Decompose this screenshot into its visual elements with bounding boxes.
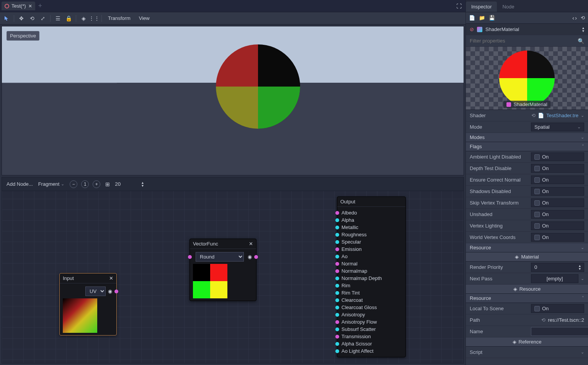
output-port-transmission[interactable]: Transmission bbox=[340, 333, 402, 340]
output-port-emission[interactable]: Emission bbox=[340, 246, 402, 253]
node-output[interactable]: Output AlbedoAlphaMetallicRoughnessSpecu… bbox=[337, 196, 406, 357]
snap-icon[interactable]: ⊞ bbox=[104, 181, 111, 188]
section-flags[interactable]: Flags˄ bbox=[466, 142, 588, 151]
name-input[interactable] bbox=[531, 327, 588, 336]
output-port-clearcoat[interactable]: Clearcoat bbox=[340, 296, 402, 304]
node-input[interactable]: Input✕ UV ◉ bbox=[59, 273, 117, 336]
input-port[interactable] bbox=[335, 342, 339, 346]
input-port[interactable] bbox=[335, 218, 339, 222]
input-port[interactable] bbox=[335, 306, 339, 309]
input-port[interactable] bbox=[335, 284, 339, 288]
next-pass-select[interactable]: [empty] bbox=[531, 274, 578, 283]
eye-icon[interactable]: ◉ bbox=[108, 288, 112, 294]
stage-dropdown[interactable]: Fragment ⌄ bbox=[38, 181, 65, 187]
tab-node[interactable]: Node bbox=[497, 2, 519, 12]
lock-icon[interactable]: 🔒 bbox=[65, 15, 72, 22]
input-port[interactable] bbox=[335, 313, 339, 317]
output-port-alpha[interactable]: Alpha bbox=[340, 216, 402, 224]
visual-shader-editor[interactable]: Add Node... Fragment ⌄ − 1 + ⊞ ▴▾ Input✕… bbox=[2, 177, 464, 363]
close-icon[interactable]: ✕ bbox=[109, 275, 113, 281]
output-port[interactable] bbox=[114, 290, 118, 293]
chevron-down-icon[interactable]: ⌄ bbox=[581, 350, 584, 355]
input-port[interactable] bbox=[335, 233, 339, 237]
filter-input[interactable] bbox=[470, 38, 575, 44]
flag-checkbox[interactable]: On bbox=[531, 221, 584, 230]
input-port[interactable] bbox=[335, 291, 339, 295]
zoom-out-icon[interactable]: − bbox=[70, 180, 77, 188]
history-forward-icon[interactable]: › bbox=[575, 15, 577, 21]
viewport-3d[interactable]: Perspective bbox=[2, 26, 464, 175]
scene-tab[interactable]: Test(*) ✕ bbox=[2, 2, 35, 10]
section-modes[interactable]: Modes⌄ bbox=[466, 133, 588, 142]
grid-snap-icon[interactable]: ⋮⋮ bbox=[91, 15, 98, 22]
input-port[interactable] bbox=[188, 255, 192, 259]
add-node-button[interactable]: Add Node... bbox=[7, 181, 33, 187]
scale-tool-icon[interactable]: ⤢ bbox=[39, 15, 46, 22]
output-port-normal[interactable]: Normal bbox=[340, 260, 402, 267]
local-to-scene-checkbox[interactable]: On bbox=[531, 304, 584, 313]
flag-checkbox[interactable]: On bbox=[531, 233, 584, 242]
transform-menu[interactable]: Transform bbox=[106, 15, 133, 21]
move-tool-icon[interactable]: ✥ bbox=[18, 15, 25, 22]
mode-select[interactable]: Spatial⌄ bbox=[531, 123, 584, 131]
output-port-specular[interactable]: Specular bbox=[340, 238, 402, 246]
section-resource-2[interactable]: Resource˄ bbox=[466, 294, 588, 303]
material-preview[interactable]: ShaderMaterial bbox=[466, 47, 588, 110]
flag-checkbox[interactable]: On bbox=[531, 152, 584, 161]
render-priority-input[interactable]: 0 ▴▾ bbox=[531, 263, 584, 272]
output-port-normalmap-depth[interactable]: Normalmap Depth bbox=[340, 275, 402, 282]
flag-checkbox[interactable]: On bbox=[531, 198, 584, 207]
input-port[interactable] bbox=[335, 335, 339, 339]
history-refresh-icon[interactable]: ⟲ bbox=[581, 15, 585, 21]
input-port[interactable] bbox=[335, 298, 339, 302]
resource-section-button[interactable]: ◈Resource bbox=[466, 285, 588, 294]
output-port-ao[interactable]: Ao bbox=[340, 253, 402, 260]
uv-select[interactable]: UV bbox=[85, 286, 106, 296]
flag-checkbox[interactable]: On bbox=[531, 164, 584, 173]
view-menu[interactable]: View bbox=[137, 15, 152, 21]
input-port[interactable] bbox=[335, 247, 339, 251]
select-tool-icon[interactable] bbox=[3, 15, 10, 22]
func-select[interactable]: Round bbox=[196, 252, 244, 262]
input-port[interactable] bbox=[335, 240, 339, 244]
section-resource[interactable]: Resource⌄ bbox=[466, 243, 588, 252]
output-port-normalmap[interactable]: Normalmap bbox=[340, 267, 402, 275]
zoom-stepper-icon[interactable]: ▴▾ bbox=[142, 181, 144, 187]
input-port[interactable] bbox=[335, 211, 339, 215]
output-port-rim[interactable]: Rim bbox=[340, 282, 402, 289]
input-port[interactable] bbox=[335, 349, 339, 353]
flag-checkbox[interactable]: On bbox=[531, 210, 584, 219]
flag-checkbox[interactable]: On bbox=[531, 175, 584, 184]
tab-inspector[interactable]: Inspector bbox=[466, 2, 497, 12]
eye-icon[interactable]: ◉ bbox=[248, 254, 252, 260]
zoom-input[interactable] bbox=[115, 181, 138, 187]
new-resource-icon[interactable]: 📄 bbox=[469, 15, 475, 21]
search-icon[interactable]: 🔍 bbox=[578, 38, 584, 44]
input-port[interactable] bbox=[335, 327, 339, 331]
output-port-anisotropy[interactable]: Anisotropy bbox=[340, 311, 402, 318]
material-section-button[interactable]: ◈Material bbox=[466, 252, 588, 262]
settings-stepper-icon[interactable]: ▴▾ bbox=[582, 26, 584, 33]
zoom-in-icon[interactable]: + bbox=[93, 180, 100, 188]
revert-icon[interactable]: ⟲ bbox=[541, 317, 546, 323]
output-port-rim-tint[interactable]: Rim Tint bbox=[340, 289, 402, 296]
output-port-alpha-scissor[interactable]: Alpha Scissor bbox=[340, 340, 402, 347]
input-port[interactable] bbox=[335, 269, 339, 273]
cube-icon[interactable]: ◈ bbox=[80, 15, 87, 22]
chevron-down-icon[interactable]: ⌄ bbox=[581, 276, 584, 281]
node-vectorfunc[interactable]: VectorFunc✕ Round ◉ bbox=[189, 239, 256, 301]
chevron-down-icon[interactable]: ⌄ bbox=[581, 113, 584, 118]
output-port-anisotropy-flow[interactable]: Anisotropy Flow bbox=[340, 318, 402, 326]
output-port-clearcoat-gloss[interactable]: Clearcoat Gloss bbox=[340, 304, 402, 311]
reference-section-button[interactable]: ◈Reference bbox=[466, 337, 588, 347]
zoom-reset-icon[interactable]: 1 bbox=[81, 180, 89, 188]
output-port-metallic[interactable]: Metallic bbox=[340, 224, 402, 231]
history-back-icon[interactable]: ‹ bbox=[572, 15, 574, 21]
output-port-subsurf-scatter[interactable]: Subsurf Scatter bbox=[340, 326, 402, 333]
revert-icon[interactable]: ⟲ bbox=[531, 113, 536, 118]
save-resource-icon[interactable]: 💾 bbox=[489, 15, 495, 21]
shader-link[interactable]: TestShader.tre bbox=[546, 113, 578, 118]
stepper-icon[interactable]: ▴▾ bbox=[579, 264, 581, 270]
add-tab-button[interactable]: + bbox=[35, 2, 46, 10]
output-port-roughness[interactable]: Roughness bbox=[340, 231, 402, 238]
